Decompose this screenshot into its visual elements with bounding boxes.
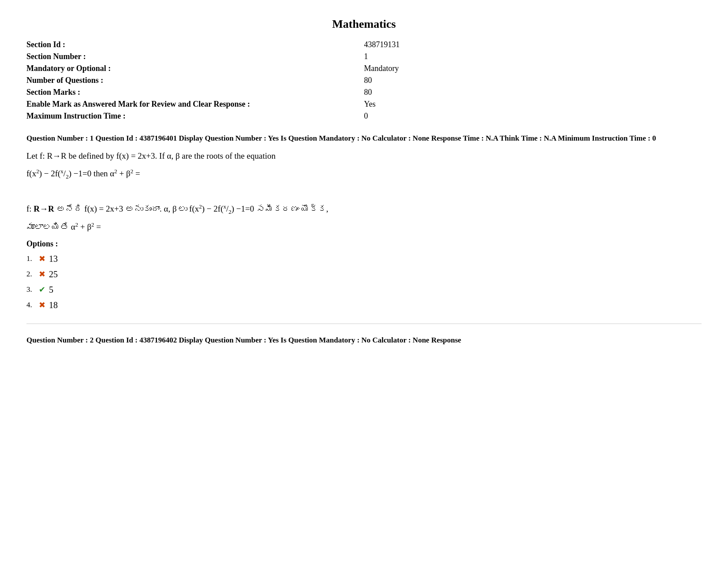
section-marks-value: 80: [364, 86, 702, 98]
option-1-value: 13: [49, 254, 58, 264]
max-instruction-value: 0: [364, 110, 702, 122]
options-label: Options :: [26, 239, 702, 249]
wrong-icon-2: ✖: [39, 269, 45, 279]
question-divider: [26, 324, 702, 324]
mandatory-value: Mandatory: [364, 63, 702, 74]
section-id-value: 438719131: [364, 39, 702, 51]
enable-mark-label: Enable Mark as Answered Mark for Review …: [26, 98, 364, 110]
enable-mark-value: Yes: [364, 98, 702, 110]
max-instruction-label: Maximum Instruction Time :: [26, 110, 364, 122]
question-2-meta: Question Number : 2 Question Id : 438719…: [26, 335, 702, 346]
section-marks-label: Section Marks :: [26, 86, 364, 98]
wrong-icon-4: ✖: [39, 300, 45, 310]
correct-icon-3: ✔: [39, 285, 45, 294]
q1-body-te-line1: f: R→R అనేది f(x) = 2x+3 అనుకుందాం. α, β…: [26, 201, 702, 217]
option-3-num: 3.: [26, 285, 39, 294]
option-4-value: 18: [49, 300, 58, 310]
option-2-value: 25: [49, 269, 58, 279]
option-2-num: 2.: [26, 270, 39, 279]
question-2: Question Number : 2 Question Id : 438719…: [26, 335, 702, 346]
question-1: Question Number : 1 Question Id : 438719…: [26, 133, 702, 310]
question-1-meta: Question Number : 1 Question Id : 438719…: [26, 133, 702, 144]
option-4-num: 4.: [26, 301, 39, 309]
option-2: 2. ✖ 25: [26, 269, 702, 279]
num-questions-label: Number of Questions :: [26, 74, 364, 86]
section-id-label: Section Id :: [26, 39, 364, 51]
option-4: 4. ✖ 18: [26, 300, 702, 310]
section-number-value: 1: [364, 51, 702, 63]
option-3: 3. ✔ 5: [26, 285, 702, 295]
question-1-body: Let f: R→R be defined by f(x) = 2x+3. If…: [26, 149, 702, 235]
option-3-value: 5: [49, 285, 53, 295]
section-info-table: Section Id : 438719131 Section Number : …: [26, 39, 702, 122]
option-1-num: 1.: [26, 254, 39, 263]
num-questions-value: 80: [364, 74, 702, 86]
section-number-label: Section Number :: [26, 51, 364, 63]
page-title: Mathematics: [26, 18, 702, 31]
q1-body-te-line2: మూలాలయితే α2 + β2 =: [26, 220, 702, 235]
q1-body-en-line1: Let f: R→R be defined by f(x) = 2x+3. If…: [26, 149, 702, 164]
wrong-icon-1: ✖: [39, 254, 45, 264]
q1-body-en-line2: f(x2) − 2f(x/2) −1=0 then α2 + β2 =: [26, 166, 702, 182]
mandatory-label: Mandatory or Optional :: [26, 63, 364, 74]
option-1: 1. ✖ 13: [26, 254, 702, 264]
